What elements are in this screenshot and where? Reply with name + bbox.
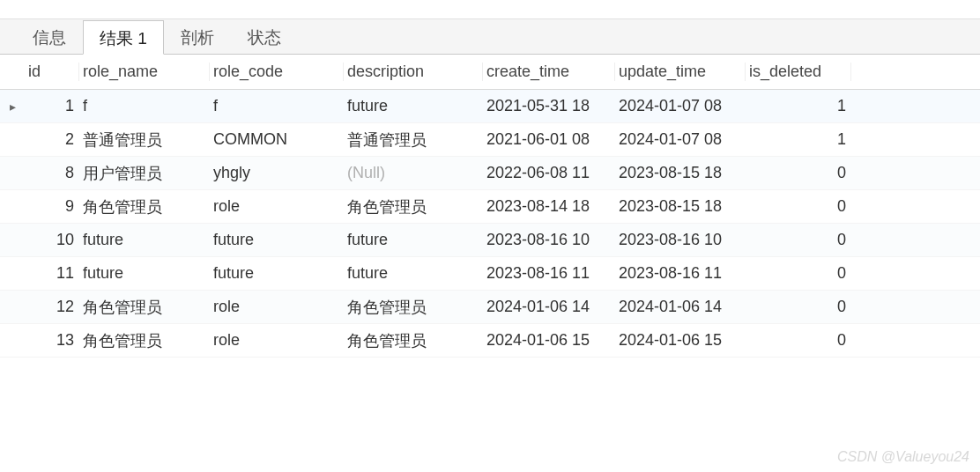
cell-update_time[interactable]: 2024-01-07 08 xyxy=(615,97,746,115)
table-row[interactable]: 2普通管理员COMMON普通管理员2021-06-01 082024-01-07… xyxy=(0,123,980,157)
cell-description[interactable]: 角色管理员 xyxy=(344,297,483,318)
watermark: CSDN @Valueyou24 xyxy=(837,449,969,465)
cell-update_time[interactable]: 2023-08-16 11 xyxy=(615,264,746,283)
cell-id[interactable]: 1 xyxy=(25,97,79,115)
col-header-update_time[interactable]: update_time xyxy=(615,63,746,81)
cell-description[interactable]: future xyxy=(344,231,483,249)
cell-update_time[interactable]: 2024-01-06 15 xyxy=(615,331,746,350)
cell-role_name[interactable]: future xyxy=(79,231,210,249)
cell-description[interactable]: 角色管理员 xyxy=(344,330,483,351)
cell-role_code[interactable]: yhgly xyxy=(210,164,344,182)
cell-create_time[interactable]: 2022-06-08 11 xyxy=(483,164,615,182)
cell-role_name[interactable]: 角色管理员 xyxy=(79,196,210,218)
cell-id[interactable]: 11 xyxy=(25,264,79,283)
cell-is_deleted[interactable]: 1 xyxy=(746,130,851,149)
cell-update_time[interactable]: 2023-08-15 18 xyxy=(615,164,746,182)
cell-id[interactable]: 8 xyxy=(25,164,79,182)
row-indicator: ▸ xyxy=(0,100,25,114)
col-header-id[interactable]: id xyxy=(25,63,79,81)
cell-is_deleted[interactable]: 0 xyxy=(746,164,851,182)
cell-role_code[interactable]: role xyxy=(210,197,344,216)
cell-role_code[interactable]: COMMON xyxy=(210,130,344,149)
col-header-role_name[interactable]: role_name xyxy=(79,63,210,81)
cell-role_code[interactable]: role xyxy=(210,298,344,316)
cell-description[interactable]: future xyxy=(344,97,483,115)
cell-id[interactable]: 2 xyxy=(25,130,79,149)
cell-role_name[interactable]: future xyxy=(79,264,210,283)
tab-3[interactable]: 状态 xyxy=(231,19,298,54)
cell-id[interactable]: 12 xyxy=(25,298,79,316)
cell-role_code[interactable]: f xyxy=(210,97,344,115)
cell-update_time[interactable]: 2023-08-16 10 xyxy=(615,231,746,249)
tabs-bar: 信息结果 1剖析状态 xyxy=(0,19,980,55)
table-header-row: id role_name role_code description creat… xyxy=(0,55,980,90)
cell-role_code[interactable]: future xyxy=(210,264,344,283)
tab-0[interactable]: 信息 xyxy=(16,19,83,54)
table-row[interactable]: 8用户管理员yhgly(Null)2022-06-08 112023-08-15… xyxy=(0,157,980,190)
cell-id[interactable]: 13 xyxy=(25,331,79,350)
cell-create_time[interactable]: 2021-06-01 08 xyxy=(483,130,615,149)
tab-1[interactable]: 结果 1 xyxy=(83,20,164,55)
col-header-is_deleted[interactable]: is_deleted xyxy=(746,63,851,81)
cell-role_name[interactable]: 角色管理员 xyxy=(79,330,210,351)
cell-create_time[interactable]: 2024-01-06 15 xyxy=(483,331,615,350)
cell-create_time[interactable]: 2023-08-16 11 xyxy=(483,264,615,283)
table-row[interactable]: 13角色管理员role角色管理员2024-01-06 152024-01-06 … xyxy=(0,324,980,358)
cell-description[interactable]: 普通管理员 xyxy=(344,129,483,151)
cell-update_time[interactable]: 2023-08-15 18 xyxy=(615,197,746,216)
cell-create_time[interactable]: 2023-08-14 18 xyxy=(483,197,615,216)
table-row[interactable]: 11futurefuturefuture2023-08-16 112023-08… xyxy=(0,257,980,291)
cell-update_time[interactable]: 2024-01-06 14 xyxy=(615,298,746,316)
cell-create_time[interactable]: 2021-05-31 18 xyxy=(483,97,615,115)
cell-role_name[interactable]: 普通管理员 xyxy=(79,129,210,151)
cell-role_name[interactable]: 角色管理员 xyxy=(79,297,210,318)
result-grid: id role_name role_code description creat… xyxy=(0,55,980,358)
cell-description[interactable]: 角色管理员 xyxy=(344,196,483,218)
cell-is_deleted[interactable]: 0 xyxy=(746,197,851,216)
col-header-description[interactable]: description xyxy=(344,63,483,81)
table-row[interactable]: ▸1fffuture2021-05-31 182024-01-07 081 xyxy=(0,90,980,123)
cell-create_time[interactable]: 2023-08-16 10 xyxy=(483,231,615,249)
table-row[interactable]: 12角色管理员role角色管理员2024-01-06 142024-01-06 … xyxy=(0,291,980,324)
cell-description[interactable]: (Null) xyxy=(344,164,483,182)
cell-role_code[interactable]: role xyxy=(210,331,344,350)
col-header-create_time[interactable]: create_time xyxy=(483,63,615,81)
cell-is_deleted[interactable]: 0 xyxy=(746,231,851,249)
cell-role_name[interactable]: f xyxy=(79,97,210,115)
cell-is_deleted[interactable]: 0 xyxy=(746,331,851,350)
rows-container: ▸1fffuture2021-05-31 182024-01-07 0812普通… xyxy=(0,90,980,358)
col-header-role_code[interactable]: role_code xyxy=(210,63,344,81)
cell-update_time[interactable]: 2024-01-07 08 xyxy=(615,130,746,149)
cell-create_time[interactable]: 2024-01-06 14 xyxy=(483,298,615,316)
cell-is_deleted[interactable]: 0 xyxy=(746,298,851,316)
table-row[interactable]: 9角色管理员role角色管理员2023-08-14 182023-08-15 1… xyxy=(0,190,980,224)
cell-description[interactable]: future xyxy=(344,264,483,283)
cell-is_deleted[interactable]: 1 xyxy=(746,97,851,115)
tab-2[interactable]: 剖析 xyxy=(164,19,231,54)
table-row[interactable]: 10futurefuturefuture2023-08-16 102023-08… xyxy=(0,224,980,257)
cell-is_deleted[interactable]: 0 xyxy=(746,264,851,283)
cell-id[interactable]: 9 xyxy=(25,197,79,216)
top-spacer xyxy=(0,0,980,19)
cell-role_name[interactable]: 用户管理员 xyxy=(79,163,210,184)
cell-id[interactable]: 10 xyxy=(25,231,79,249)
cell-role_code[interactable]: future xyxy=(210,231,344,249)
